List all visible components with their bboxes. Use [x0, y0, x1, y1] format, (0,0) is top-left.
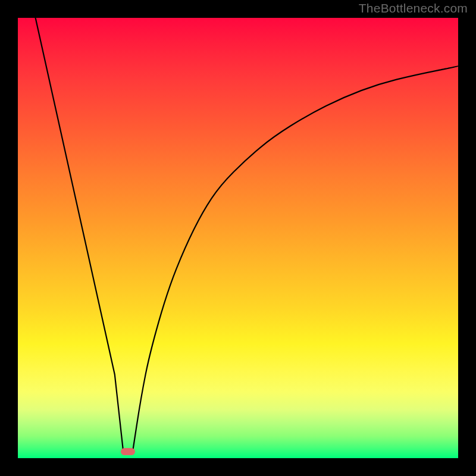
bottleneck-curve	[18, 18, 458, 458]
bottleneck-marker	[121, 448, 135, 455]
watermark-text: TheBottleneck.com	[359, 1, 468, 15]
plot-area	[18, 18, 458, 458]
curve-path	[36, 18, 458, 454]
chart-frame: TheBottleneck.com	[0, 0, 476, 476]
